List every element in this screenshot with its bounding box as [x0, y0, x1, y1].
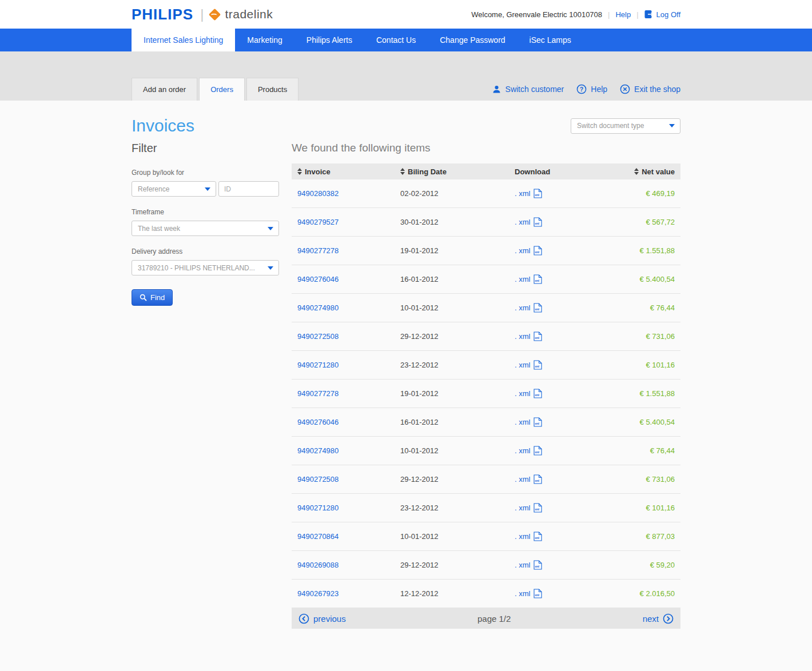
table-row: 9490279527 30-01-2012 . xml xml € 567,72: [292, 208, 680, 237]
nav-item-isec-lamps[interactable]: iSec Lamps: [518, 29, 583, 51]
xml-download-link[interactable]: . xml: [515, 446, 530, 455]
sort-icon[interactable]: [400, 168, 405, 175]
previous-page-link[interactable]: previous: [298, 613, 346, 624]
exit-shop-label: Exit the shop: [634, 85, 680, 94]
invoice-link[interactable]: 9490280382: [297, 189, 339, 198]
billing-date-cell: 29-12-2012: [400, 475, 515, 484]
xml-file-icon[interactable]: xml: [534, 360, 542, 370]
xml-download-link[interactable]: . xml: [515, 275, 530, 283]
invoice-link[interactable]: 9490276046: [297, 418, 339, 426]
invoice-cell: 9490280382: [297, 189, 400, 198]
xml-file-icon[interactable]: xml: [534, 560, 542, 570]
column-header-net-value[interactable]: Net value: [618, 167, 675, 176]
tradelink-wordmark: tradelink: [225, 7, 273, 21]
tab-add-an-order[interactable]: Add an order: [132, 78, 197, 101]
xml-file-icon[interactable]: xml: [534, 274, 542, 284]
shop-help-link[interactable]: ? Help: [576, 84, 607, 94]
xml-download-link[interactable]: . xml: [515, 361, 530, 369]
svg-text:xml: xml: [535, 251, 540, 254]
xml-download-link[interactable]: . xml: [515, 218, 530, 226]
logoff-link[interactable]: Log Off: [644, 10, 680, 19]
nav-item-philips-alerts[interactable]: Philips Alerts: [294, 29, 364, 51]
billing-date-cell: 10-01-2012: [400, 446, 515, 455]
find-button[interactable]: Find: [132, 289, 173, 306]
xml-download-link[interactable]: . xml: [515, 389, 530, 398]
download-cell: . xml xml: [515, 417, 618, 427]
table-row: 9490277278 19-01-2012 . xml xml € 1.551,…: [292, 380, 680, 408]
invoice-link[interactable]: 9490271280: [297, 504, 339, 512]
xml-file-icon[interactable]: xml: [534, 532, 542, 541]
tab-products[interactable]: Products: [246, 78, 298, 101]
invoice-link[interactable]: 9490274980: [297, 303, 339, 312]
invoice-link[interactable]: 9490272508: [297, 475, 339, 484]
xml-download-link[interactable]: . xml: [515, 532, 530, 541]
invoice-link[interactable]: 9490274980: [297, 446, 339, 455]
xml-download-link[interactable]: . xml: [515, 332, 530, 341]
xml-file-icon[interactable]: xml: [534, 446, 542, 456]
xml-file-icon[interactable]: xml: [534, 417, 542, 427]
nav-item-contact-us[interactable]: Contact Us: [364, 29, 428, 51]
xml-download-link[interactable]: . xml: [515, 303, 530, 312]
help-link[interactable]: Help: [615, 10, 631, 19]
invoice-cell: 9490276046: [297, 418, 400, 426]
invoice-link[interactable]: 9490270864: [297, 532, 339, 541]
switch-document-type-dropdown[interactable]: Switch document type: [571, 118, 680, 134]
invoice-cell: 9490279527: [297, 218, 400, 226]
column-header-download: Download: [515, 167, 618, 176]
logoff-label: Log Off: [656, 10, 680, 19]
svg-text:xml: xml: [535, 194, 540, 197]
reference-dropdown[interactable]: Reference: [132, 181, 216, 197]
invoice-link[interactable]: 9490279527: [297, 218, 339, 226]
xml-download-link[interactable]: . xml: [515, 475, 530, 484]
download-column-label: Download: [515, 167, 550, 176]
column-header-billing-date[interactable]: Biling Date: [400, 167, 515, 176]
invoice-cell: 9490274980: [297, 303, 400, 312]
download-cell: . xml xml: [515, 217, 618, 227]
invoice-link[interactable]: 9490277278: [297, 246, 339, 255]
nav-item-change-password[interactable]: Change Password: [428, 29, 517, 51]
nav-item-internet-sales-lighting[interactable]: Internet Sales Lighting: [132, 29, 235, 51]
invoice-link[interactable]: 9490272508: [297, 332, 339, 341]
tab-orders[interactable]: Orders: [199, 78, 245, 101]
xml-download-link[interactable]: . xml: [515, 418, 530, 426]
xml-file-icon[interactable]: xml: [534, 303, 542, 313]
sort-icon[interactable]: [297, 168, 302, 175]
invoice-link[interactable]: 9490271280: [297, 361, 339, 369]
xml-file-icon[interactable]: xml: [534, 246, 542, 255]
xml-file-icon[interactable]: xml: [534, 503, 542, 513]
nav-item-marketing[interactable]: Marketing: [235, 29, 294, 51]
timeframe-dropdown[interactable]: The last week: [132, 221, 279, 236]
xml-file-icon[interactable]: xml: [534, 389, 542, 398]
search-icon: [140, 294, 147, 301]
invoice-link[interactable]: 9490267923: [297, 589, 339, 598]
column-header-invoice[interactable]: Invoice: [297, 167, 400, 176]
xml-file-icon[interactable]: xml: [534, 589, 542, 598]
exit-shop-link[interactable]: Exit the shop: [620, 84, 680, 94]
xml-download-link[interactable]: . xml: [515, 189, 530, 198]
id-input[interactable]: [218, 181, 279, 197]
invoice-link[interactable]: 9490277278: [297, 389, 339, 398]
xml-file-icon[interactable]: xml: [534, 474, 542, 484]
shop-tabs: Add an order Orders Products: [132, 78, 300, 101]
xml-file-icon[interactable]: xml: [534, 189, 542, 198]
svg-text:xml: xml: [535, 451, 540, 454]
sort-icon[interactable]: [634, 168, 639, 175]
invoice-link[interactable]: 9490276046: [297, 275, 339, 283]
next-page-link[interactable]: next: [643, 613, 674, 624]
invoice-column-label: Invoice: [305, 167, 331, 176]
net-value-cell: € 469,19: [618, 189, 675, 198]
switch-customer-link[interactable]: Switch customer: [492, 85, 564, 94]
table-row: 9490274980 10-01-2012 . xml xml € 76,44: [292, 294, 680, 322]
xml-download-link[interactable]: . xml: [515, 246, 530, 255]
billing-date-cell: 29-12-2012: [400, 561, 515, 569]
net-value-cell: € 59,20: [618, 561, 675, 569]
invoice-link[interactable]: 9490269088: [297, 561, 339, 569]
xml-download-link[interactable]: . xml: [515, 504, 530, 512]
xml-file-icon[interactable]: xml: [534, 217, 542, 227]
download-cell: . xml xml: [515, 503, 618, 513]
delivery-address-dropdown[interactable]: 31789210 - PHILIPS NETHERLAND...: [132, 260, 279, 275]
xml-download-link[interactable]: . xml: [515, 561, 530, 569]
table-row: 9490271280 23-12-2012 . xml xml € 101,16: [292, 351, 680, 380]
xml-file-icon[interactable]: xml: [534, 331, 542, 341]
xml-download-link[interactable]: . xml: [515, 589, 530, 598]
